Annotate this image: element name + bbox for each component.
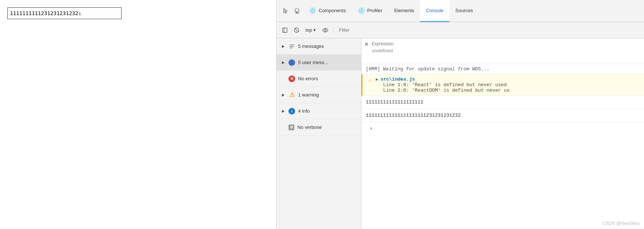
sidebar-item-warnings[interactable]: ▶ ⚠ 1 warning [277,87,361,103]
device-icon-button[interactable] [291,5,303,17]
sidebar-item-errors[interactable]: ▶ ✕ No errors [277,71,361,87]
tab-elements[interactable]: Elements [388,0,420,22]
webpage-input[interactable] [7,7,122,19]
user-icon: 👤 [288,59,295,66]
tab-console[interactable]: Console [420,0,449,22]
sidebar-toggle-button[interactable] [280,25,290,35]
warning-content: ▶ src\index.js Line 1:8: 'React' is defi… [376,77,640,93]
warning-expand-arrow[interactable]: ▶ [376,77,378,82]
svg-rect-0 [295,9,299,12]
expression-content: Expression undefined [372,38,644,64]
sidebar-item-messages[interactable]: ▶ 5 messages [277,38,361,54]
console-sidebar: ▶ 5 messages ▶ 👤 5 user mess... ▶ [277,38,361,229]
warning-line-1: Line 1:8: 'React' is defined but never u… [376,82,640,88]
tab-components-label: Components [319,8,346,13]
svg-point-16 [324,29,326,31]
expression-panel: ✕ Expression undefined [361,38,644,64]
user-messages-label: 5 user mess... [298,60,357,65]
context-selector[interactable]: top ▼ [303,27,319,34]
console-toolbar: top ▼ [277,22,644,38]
error-icon: ✕ [288,75,295,82]
arrow-icon-warning: ▶ [281,93,286,97]
expression-value: undefined [372,48,644,53]
sidebar-item-info[interactable]: ▶ i 4 info [277,103,361,119]
tab-components[interactable]: Components [303,0,352,22]
sidebar-item-verbose[interactable]: ▶ ⚙ No verbose [277,119,361,135]
console-message-numbers-2: 111111111111111111111231231231232 [361,109,644,122]
console-prompt-icon[interactable]: › [366,122,377,134]
numbers-text-1: 11111111111111111111 [366,99,423,105]
numbers-text-2: 111111111111111111111231231231232 [366,113,461,118]
messages-label: 5 messages [298,43,357,49]
tab-sources-label: Sources [455,8,473,13]
svg-line-14 [295,28,298,32]
warning-file-link[interactable]: src\index.js [381,77,415,82]
filter-input[interactable] [337,25,641,35]
toolbar-divider [333,27,334,34]
expression-label: Expression [372,41,644,46]
svg-point-7 [361,10,362,11]
tab-elements-label: Elements [394,8,414,13]
svg-point-3 [312,10,314,11]
expression-close-button[interactable]: ✕ [361,38,372,64]
messages-list-icon [288,43,295,50]
arrow-icon: ▶ [281,44,286,49]
errors-label: No errors [298,76,357,81]
console-message-hmr: [HMR] Waiting for update signal from WDS… [361,64,644,74]
hmr-message-text: [HMR] Waiting for update signal from WDS… [366,66,489,72]
react-icon-profiler [358,7,365,14]
verbose-label: No verbose [297,124,357,130]
context-label: top [305,27,312,33]
console-message-warning: ⚠ ▶ src\index.js Line 1:8: 'React' is de… [361,74,644,96]
eye-icon-button[interactable] [320,25,330,35]
sidebar-item-user-messages[interactable]: ▶ 👤 5 user mess... [277,54,361,71]
inspect-icon-button[interactable] [280,5,291,17]
tab-sources[interactable]: Sources [449,0,479,22]
console-prompt-area: › [361,122,644,134]
tab-profiler-label: Profiler [367,8,382,13]
svg-point-15 [323,28,328,32]
devtools-panel: Components Profiler Elements Console Sou… [276,0,644,229]
warnings-label: 1 warning [298,92,357,98]
dropdown-arrow-icon: ▼ [313,28,316,32]
info-icon: i [288,108,295,114]
console-message-numbers-1: 11111111111111111111 [361,96,644,109]
tab-console-label: Console [426,8,444,13]
gear-verbose-icon: ⚙ [288,124,294,130]
watermark: CSDN @Nero09xx [602,221,640,226]
arrow-icon-user: ▶ [281,60,286,65]
warning-triangle-icon: ⚠ [367,77,373,83]
warning-line-2: Line 2:8: 'ReactDOM' is defined but neve… [376,88,640,93]
react-icon-components [309,7,316,14]
tab-profiler[interactable]: Profiler [352,0,388,22]
warning-icon: ⚠ [288,92,295,98]
webpage-area [0,0,276,229]
devtools-main: ▶ 5 messages ▶ 👤 5 user mess... ▶ [277,38,644,229]
console-output: ✕ Expression undefined [HMR] Waiting for… [361,38,644,229]
arrow-icon-info: ▶ [281,109,286,113]
info-label: 4 info [298,108,357,114]
svg-rect-11 [283,28,287,32]
devtools-tab-bar: Components Profiler Elements Console Sou… [277,0,644,22]
clear-console-button[interactable] [291,25,302,35]
